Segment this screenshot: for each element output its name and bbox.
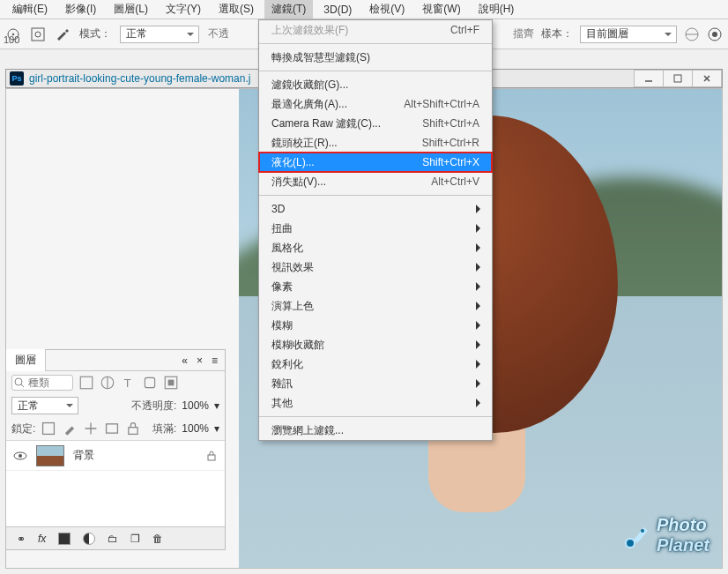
chevron-down-icon[interactable]: ▾ <box>214 422 219 435</box>
filter-adjust-icon[interactable] <box>100 375 115 391</box>
svg-rect-2 <box>32 28 44 41</box>
opacity-value[interactable]: 100% <box>182 399 209 412</box>
pressure-opacity-icon[interactable] <box>684 26 700 42</box>
fx-icon[interactable]: fx <box>38 533 46 545</box>
filter-menu-item[interactable]: 最適化廣角(A)...Alt+Shift+Ctrl+A <box>259 94 492 114</box>
menu-window[interactable]: 視窗(W) <box>415 0 467 19</box>
link-layers-icon[interactable]: ⚭ <box>17 533 26 545</box>
filter-menu-item[interactable]: 扭曲 <box>259 219 492 238</box>
filter-menu-item[interactable]: Camera Raw 濾鏡(C)...Shift+Ctrl+A <box>259 114 492 133</box>
filter-menu-item[interactable]: 3D <box>259 199 492 219</box>
svg-rect-11 <box>80 376 93 389</box>
sample-label: 樣本： <box>541 26 573 41</box>
panel-collapse-icon[interactable]: « <box>182 354 188 367</box>
ps-file-icon: Ps <box>10 71 24 86</box>
extras-truncated: 擋齊 <box>513 26 534 41</box>
svg-point-21 <box>19 454 22 458</box>
filter-menu-item[interactable]: 消失點(V)...Alt+Ctrl+V <box>259 172 492 191</box>
svg-point-8 <box>626 539 635 548</box>
blend-mode-select[interactable]: 正常 <box>120 26 199 43</box>
menu-layer[interactable]: 圖層(L) <box>107 0 155 19</box>
menu-type[interactable]: 文字(Y) <box>159 0 208 19</box>
svg-point-10 <box>15 378 22 385</box>
svg-rect-7 <box>674 75 681 82</box>
lock-position-icon[interactable] <box>83 421 99 436</box>
opacity-truncated: 不透 <box>208 26 229 41</box>
submenu-arrow-icon <box>476 340 485 349</box>
submenu-arrow-icon <box>476 263 485 272</box>
visibility-icon[interactable] <box>13 449 27 463</box>
filter-menu-item[interactable]: 風格化 <box>259 238 492 257</box>
submenu-arrow-icon <box>476 302 485 310</box>
filter-pixel-icon[interactable] <box>78 375 94 391</box>
trash-icon[interactable]: 🗑 <box>152 533 163 545</box>
window-minimize-button[interactable] <box>634 70 664 87</box>
window-close-button[interactable] <box>692 70 722 87</box>
filter-menu-item[interactable]: 視訊效果 <box>259 257 492 277</box>
filter-menu-item[interactable]: 轉換成智慧型濾鏡(S) <box>259 48 492 67</box>
svg-rect-16 <box>168 380 175 386</box>
svg-rect-19 <box>129 428 137 435</box>
filter-smart-icon[interactable] <box>163 375 179 391</box>
svg-rect-17 <box>43 423 55 435</box>
menu-help[interactable]: 說明(H) <box>472 0 522 19</box>
fill-value[interactable]: 100% <box>182 422 209 435</box>
svg-rect-14 <box>145 377 154 387</box>
layer-thumbnail[interactable] <box>36 445 64 466</box>
menu-image[interactable]: 影像(I) <box>58 0 103 19</box>
filter-menu-item[interactable]: 模糊收藏館 <box>259 335 492 354</box>
filter-type-icon[interactable]: T <box>121 375 137 391</box>
filter-menu-item[interactable]: 液化(L)...Shift+Ctrl+X <box>259 153 492 172</box>
menu-view[interactable]: 檢視(V) <box>362 0 412 19</box>
menubar: 編輯(E) 影像(I) 圖層(L) 文字(Y) 選取(S) 濾鏡(T) 3D(D… <box>0 0 728 19</box>
lock-brush-icon[interactable] <box>62 421 78 436</box>
layer-row-background[interactable]: 背景 <box>6 440 225 470</box>
brush-size-value: 100 <box>4 34 19 45</box>
airbrush-icon[interactable] <box>55 26 71 42</box>
sample-point-icon[interactable] <box>30 26 46 42</box>
filter-menu-item[interactable]: 銳利化 <box>259 354 492 374</box>
panel-menu-icon[interactable]: ≡ <box>212 354 218 367</box>
lock-all-icon[interactable] <box>125 421 141 436</box>
sample-select[interactable]: 目前圖層 <box>580 26 677 43</box>
filter-menu-item[interactable]: 瀏覽網上濾鏡... <box>259 421 492 440</box>
add-mask-icon[interactable] <box>58 533 71 545</box>
watermark: Photo Planet <box>621 515 709 555</box>
window-maximize-button[interactable] <box>663 70 693 87</box>
layers-tab[interactable]: 圖層 <box>6 349 46 371</box>
menu-edit[interactable]: 編輯(E) <box>5 0 55 19</box>
menu-3d[interactable]: 3D(D) <box>316 2 359 18</box>
filter-menu-item[interactable]: 雜訊 <box>259 374 492 393</box>
filter-menu-item[interactable]: 其他 <box>259 393 492 413</box>
pressure-size-icon[interactable] <box>707 26 723 42</box>
group-icon[interactable]: 🗀 <box>108 533 118 545</box>
document-title: girl-portrait-looking-cute-young-female-… <box>29 72 250 85</box>
svg-rect-22 <box>208 455 215 460</box>
submenu-arrow-icon <box>476 321 485 330</box>
lock-artboard-icon[interactable] <box>104 421 120 436</box>
new-layer-icon[interactable]: ❐ <box>130 533 140 545</box>
filter-menu-item[interactable]: 像素 <box>259 277 492 296</box>
filter-menu-item[interactable]: 鏡頭校正(R)...Shift+Ctrl+R <box>259 133 492 153</box>
submenu-arrow-icon <box>476 205 485 213</box>
filter-menu-item[interactable]: 濾鏡收藏館(G)... <box>259 75 492 94</box>
filter-shape-icon[interactable] <box>142 375 158 391</box>
filter-menu: 上次濾鏡效果(F)Ctrl+F轉換成智慧型濾鏡(S)濾鏡收藏館(G)...最適化… <box>258 19 493 441</box>
svg-point-3 <box>35 32 41 37</box>
svg-point-6 <box>712 32 717 37</box>
blend-mode-layer-select[interactable]: 正常 <box>11 397 78 414</box>
menu-filter[interactable]: 濾鏡(T) <box>264 0 313 19</box>
chevron-down-icon[interactable]: ▾ <box>214 399 219 412</box>
lock-icon <box>205 450 218 462</box>
menu-select[interactable]: 選取(S) <box>212 0 261 19</box>
submenu-arrow-icon <box>476 399 485 407</box>
filter-menu-item[interactable]: 模糊 <box>259 316 492 335</box>
opacity-label: 不透明度: <box>131 399 176 414</box>
filter-menu-item[interactable]: 演算上色 <box>259 296 492 316</box>
layers-panel: 圖層 « × ≡ T 正常 不透明度: 100% ▾ 鎖定: 填滿: 100% <box>5 349 226 550</box>
panel-close-icon[interactable]: × <box>197 354 203 367</box>
svg-text:T: T <box>123 376 130 390</box>
adjustment-layer-icon[interactable] <box>83 533 95 545</box>
svg-point-9 <box>641 529 644 533</box>
lock-pixels-icon[interactable] <box>41 421 56 436</box>
